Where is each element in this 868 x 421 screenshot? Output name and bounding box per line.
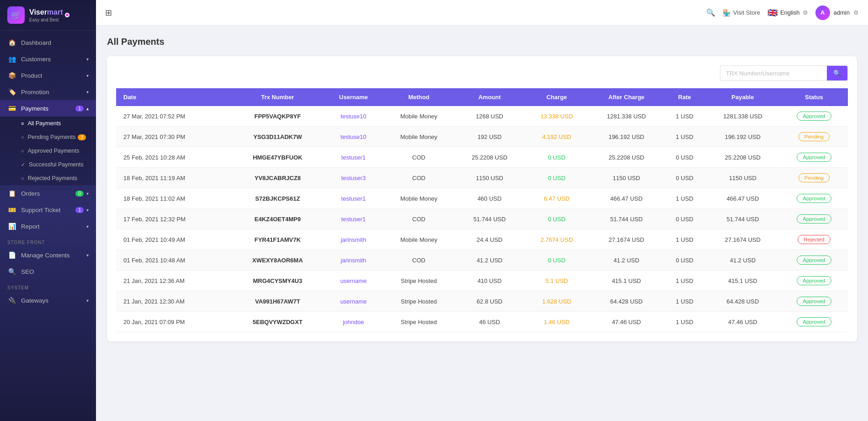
sidebar-item-approved-payments[interactable]: ○ Approved Payments bbox=[0, 144, 96, 158]
cell-amount: 62.8 USD bbox=[455, 291, 525, 312]
flag-icon: 🇬🇧 bbox=[767, 8, 777, 18]
cell-date: 01 Feb, 2021 10:48 AM bbox=[116, 250, 231, 271]
cell-after-charge: 196.192 USD bbox=[589, 127, 664, 147]
username-link[interactable]: testuser1 bbox=[341, 216, 366, 223]
col-amount: Amount bbox=[455, 88, 525, 106]
username-link[interactable]: testuser1 bbox=[341, 195, 366, 202]
cell-rate: 1 USD bbox=[664, 127, 705, 147]
table-row: 25 Feb, 2021 10:28 AM HMGE47YBFUOK testu… bbox=[116, 147, 848, 168]
cell-after-charge: 466.47 USD bbox=[589, 188, 664, 209]
username-link[interactable]: username bbox=[340, 298, 367, 305]
sidebar-item-all-payments[interactable]: ≡ All Payments bbox=[0, 117, 96, 130]
cell-amount: 1268 USD bbox=[455, 106, 525, 127]
username-link[interactable]: testuser1 bbox=[341, 154, 366, 161]
cell-username: jarinsmith bbox=[324, 250, 383, 271]
language-selector[interactable]: 🇬🇧 English ⚙ bbox=[767, 8, 808, 18]
cell-trx: XWEXY8AOR6MA bbox=[231, 250, 324, 271]
cell-rate: 1 USD bbox=[664, 106, 705, 127]
cell-amount: 46 USD bbox=[455, 312, 525, 332]
circle-icon: ○ bbox=[21, 134, 24, 140]
search-button[interactable]: 🔍 bbox=[827, 66, 847, 80]
sidebar-item-manage-contents[interactable]: 📄 Manage Contents ▾ bbox=[0, 247, 96, 263]
sidebar-item-product[interactable]: 📦 Product ▾ bbox=[0, 67, 96, 84]
chevron-down-icon: ▾ bbox=[86, 73, 89, 78]
cell-username: testuser3 bbox=[324, 168, 383, 188]
content-area: All Payments 🔍 Date Trx Number Username … bbox=[96, 26, 868, 421]
logo-tagline: Easy and Best bbox=[29, 17, 63, 22]
sidebar-item-label: Dashboard bbox=[21, 39, 89, 46]
cell-method: Mobile Money bbox=[383, 106, 455, 127]
sidebar-item-rejected-payments[interactable]: ○ Rejected Payments bbox=[0, 171, 96, 185]
table-row: 18 Feb, 2021 11:19 AM YV8JCABRJCZ8 testu… bbox=[116, 168, 848, 188]
chevron-down-icon: ▾ bbox=[86, 90, 89, 95]
cell-trx: FYR41F1AMV7K bbox=[231, 229, 324, 250]
list-icon: ≡ bbox=[21, 121, 24, 126]
username-link[interactable]: jarinsmith bbox=[341, 257, 366, 264]
cell-date: 21 Jan, 2021 12:36 AM bbox=[116, 271, 231, 291]
cell-after-charge: 51.744 USD bbox=[589, 209, 664, 229]
visit-store-button[interactable]: 🏪 Visit Store bbox=[723, 9, 760, 16]
cell-rate: 0 USD bbox=[664, 168, 705, 188]
sidebar-item-promotion[interactable]: 🏷️ Promotion ▾ bbox=[0, 84, 96, 100]
cell-method: Stripe Hosted bbox=[383, 312, 455, 332]
cell-rate: 0 USD bbox=[664, 250, 705, 271]
table-row: 21 Jan, 2021 12:36 AM MRG4CYSMY4U3 usern… bbox=[116, 271, 848, 291]
cell-charge: 1.46 USD bbox=[524, 312, 589, 332]
cell-status: Approved bbox=[780, 147, 848, 168]
cell-username: johndoe bbox=[324, 312, 383, 332]
cell-amount: 24.4 USD bbox=[455, 229, 525, 250]
status-badge: Approved bbox=[797, 276, 831, 285]
cell-trx: 5EBQVYWZDGXT bbox=[231, 312, 324, 332]
sidebar-item-gateways[interactable]: 🔌 Gateways ▾ bbox=[0, 292, 96, 309]
sidebar-item-label: Customers bbox=[21, 56, 86, 63]
username-link[interactable]: testuser3 bbox=[341, 175, 366, 181]
gear-icon: ⚙ bbox=[803, 9, 808, 16]
record-dot bbox=[65, 13, 69, 17]
language-label: English bbox=[780, 9, 800, 16]
cell-rate: 0 USD bbox=[664, 209, 705, 229]
cell-amount: 410 USD bbox=[455, 271, 525, 291]
cell-trx: HMGE47YBFUOK bbox=[231, 147, 324, 168]
cell-trx: MRG4CYSMY4U3 bbox=[231, 271, 324, 291]
cell-amount: 41.2 USD bbox=[455, 250, 525, 271]
sidebar-item-seo[interactable]: 🔍 SEO bbox=[0, 263, 96, 280]
sidebar-item-customers[interactable]: 👥 Customers ▾ bbox=[0, 51, 96, 67]
table-row: 27 Mar, 2021 07:52 PM FPP5VAQKP8YF testu… bbox=[116, 106, 848, 127]
search-icon[interactable]: 🔍 bbox=[706, 8, 715, 17]
status-badge: Rejected bbox=[798, 235, 830, 244]
username-link[interactable]: username bbox=[340, 277, 367, 284]
sidebar-item-pending-payments[interactable]: ○ Pending Payments 2 bbox=[0, 130, 96, 144]
username-link[interactable]: testuse10 bbox=[341, 133, 366, 140]
col-rate: Rate bbox=[664, 88, 705, 106]
sidebar-item-support-ticket[interactable]: 🎫 Support Ticket 1 ▾ bbox=[0, 202, 96, 218]
table-row: 20 Jan, 2021 07:09 PM 5EBQVYWZDGXT johnd… bbox=[116, 312, 848, 332]
sidebar-item-successful-payments[interactable]: ✓ Successful Payments bbox=[0, 158, 96, 171]
sidebar-item-orders[interactable]: 📋 Orders 0 ▾ bbox=[0, 185, 96, 202]
cell-date: 18 Feb, 2021 11:19 AM bbox=[116, 168, 231, 188]
cell-charge: 0 USD bbox=[524, 250, 589, 271]
cell-after-charge: 47.46 USD bbox=[589, 312, 664, 332]
search-row: 🔍 bbox=[116, 65, 848, 81]
username-link[interactable]: jarinsmith bbox=[341, 236, 366, 243]
cell-username: testuser1 bbox=[324, 147, 383, 168]
sidebar-item-report[interactable]: 📊 Report ▾ bbox=[0, 218, 96, 234]
visit-store-label: Visit Store bbox=[733, 9, 760, 16]
page-title: All Payments bbox=[107, 37, 857, 47]
username-link[interactable]: testuse10 bbox=[341, 113, 366, 120]
table-header: Date Trx Number Username Method Amount C… bbox=[116, 88, 848, 106]
cell-username: testuse10 bbox=[324, 106, 383, 127]
cell-payable: 51.744 USD bbox=[705, 209, 780, 229]
sidebar-item-payments[interactable]: 💳 Payments 1 ▴ bbox=[0, 100, 96, 117]
search-input[interactable] bbox=[720, 66, 827, 80]
cell-rate: 0 USD bbox=[664, 147, 705, 168]
payments-submenu: ≡ All Payments ○ Pending Payments 2 ○ Ap… bbox=[0, 117, 96, 185]
logo-icon: 🛒 bbox=[7, 6, 25, 24]
grid-icon[interactable]: ⊞ bbox=[105, 8, 112, 18]
cell-username: testuser1 bbox=[324, 209, 383, 229]
admin-menu[interactable]: A admin ⚙ bbox=[815, 5, 859, 20]
cell-username: testuser1 bbox=[324, 188, 383, 209]
username-link[interactable]: johndoe bbox=[343, 319, 364, 325]
sidebar-item-label: Manage Contents bbox=[21, 252, 86, 259]
sidebar-item-dashboard[interactable]: 🏠 Dashboard bbox=[0, 34, 96, 51]
cell-method: COD bbox=[383, 147, 455, 168]
